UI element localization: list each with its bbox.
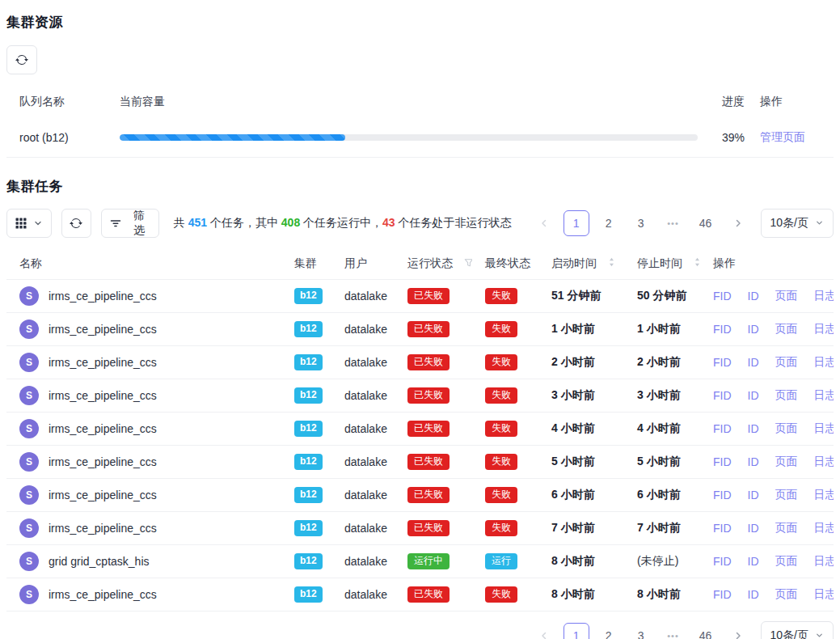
layout-grid-dropdown-button[interactable]: [6, 209, 52, 238]
cluster-badge: b12: [294, 288, 323, 303]
action-link-日志[interactable]: 日志: [814, 322, 834, 336]
table-row: Sirms_ce_pipeline_ccsb12datalake已失败失败2 小…: [6, 346, 834, 379]
user-name: datalake: [344, 422, 387, 435]
action-link-id[interactable]: ID: [748, 290, 759, 303]
action-link-页面[interactable]: 页面: [775, 322, 798, 336]
sort-carets-icon[interactable]: [608, 256, 615, 270]
run-status-badge: 已失败: [407, 354, 450, 370]
action-link-id[interactable]: ID: [748, 389, 759, 402]
pagination-page-46[interactable]: 46: [693, 210, 719, 236]
action-link-日志[interactable]: 日志: [814, 289, 834, 303]
pagination-prev-button[interactable]: [531, 210, 557, 236]
stop-time-cell: 50 分钟前: [624, 289, 700, 303]
action-link-日志[interactable]: 日志: [814, 455, 834, 469]
stop-time-cell: 6 小时前: [624, 488, 700, 502]
cluster-cell: b12: [281, 586, 331, 602]
actions-cell: FIDID页面日志: [700, 488, 834, 502]
action-link-日志[interactable]: 日志: [814, 488, 834, 502]
pagination-page-2[interactable]: 2: [596, 210, 622, 236]
action-link-fid[interactable]: FID: [713, 290, 732, 303]
filter-funnel-icon[interactable]: [464, 257, 472, 270]
resources-header-row: 队列名称 当前容量 进度 操作: [6, 86, 834, 118]
action-link-id[interactable]: ID: [748, 323, 759, 336]
action-link-页面[interactable]: 页面: [775, 355, 798, 370]
pagination-page-1[interactable]: 1: [564, 623, 589, 639]
sort-carets-icon[interactable]: [694, 256, 700, 270]
page-size-select[interactable]: 10条/页: [761, 621, 834, 639]
stop-time: 4 小时前: [637, 421, 681, 436]
action-link-id[interactable]: ID: [748, 522, 759, 535]
action-link-页面[interactable]: 页面: [775, 587, 798, 602]
run-status-cell: 已失败: [395, 288, 472, 303]
action-link-页面[interactable]: 页面: [775, 521, 798, 535]
column-header-6: 停止时间: [624, 256, 700, 271]
action-link-页面[interactable]: 页面: [775, 388, 798, 403]
table-row: Sirms_ce_pipeline_ccsb12datalake已失败失败6 小…: [6, 479, 834, 512]
action-link-页面[interactable]: 页面: [775, 289, 798, 303]
action-link-日志[interactable]: 日志: [814, 421, 834, 436]
action-link-fid[interactable]: FID: [713, 555, 732, 568]
table-row: Sirms_ce_pipeline_ccsb12datalake已失败失败1 小…: [6, 313, 834, 346]
action-link-id[interactable]: ID: [748, 555, 759, 568]
stop-time: 50 分钟前: [637, 289, 686, 303]
pagination-page-1[interactable]: 1: [564, 210, 589, 236]
action-link-id[interactable]: ID: [748, 356, 759, 369]
action-link-fid[interactable]: FID: [713, 455, 732, 468]
manage-page-link[interactable]: 管理页面: [760, 130, 805, 143]
filter-button[interactable]: 筛选: [101, 209, 158, 238]
pagination-page-3[interactable]: 3: [628, 210, 654, 236]
action-link-页面[interactable]: 页面: [775, 455, 798, 469]
pagination-page-3[interactable]: 3: [628, 623, 654, 639]
action-link-id[interactable]: ID: [748, 588, 759, 601]
user-name: datalake: [344, 522, 387, 535]
refresh-resources-button[interactable]: [6, 45, 37, 74]
action-link-id[interactable]: ID: [748, 422, 759, 435]
avatar: S: [19, 320, 39, 339]
col-header-actions: 操作: [747, 95, 834, 109]
action-link-日志[interactable]: 日志: [814, 521, 834, 535]
user-name: datalake: [344, 356, 387, 369]
action-link-fid[interactable]: FID: [713, 389, 732, 402]
task-name: grid grid_cptask_his: [49, 555, 150, 568]
action-link-id[interactable]: ID: [748, 455, 759, 468]
final-status-badge: 失败: [485, 321, 517, 336]
final-status-cell: 失败: [472, 586, 538, 602]
action-link-fid[interactable]: FID: [713, 489, 732, 501]
action-link-fid[interactable]: FID: [713, 588, 732, 601]
action-link-日志[interactable]: 日志: [814, 355, 834, 370]
action-link-日志[interactable]: 日志: [814, 554, 834, 569]
action-link-id[interactable]: ID: [748, 489, 759, 501]
column-header-3: 运行状态: [395, 256, 472, 271]
final-status-badge: 失败: [485, 387, 517, 403]
stop-time: 2 小时前: [637, 355, 681, 370]
pagination-page-46[interactable]: 46: [693, 623, 719, 639]
capacity-cell: [107, 134, 709, 141]
action-link-fid[interactable]: FID: [713, 522, 732, 535]
action-link-页面[interactable]: 页面: [775, 554, 798, 569]
start-time: 5 小时前: [551, 455, 595, 469]
stop-time: 1 小时前: [637, 322, 681, 336]
pagination-next-button[interactable]: [725, 623, 751, 639]
action-link-页面[interactable]: 页面: [775, 421, 798, 436]
start-time-cell: 8 小时前: [538, 554, 624, 569]
action-link-页面[interactable]: 页面: [775, 488, 798, 502]
capacity-progress-fill: [120, 134, 345, 141]
action-link-fid[interactable]: FID: [713, 422, 732, 435]
action-link-日志[interactable]: 日志: [814, 587, 834, 602]
actions-cell: FIDID页面日志: [700, 421, 834, 436]
pagination-page-2[interactable]: 2: [596, 623, 622, 639]
tasks-summary: 共 451 个任务，其中 408 个任务运行中，43 个任务处于非运行状态: [174, 216, 512, 231]
stop-time-cell: 2 小时前: [624, 355, 700, 370]
action-link-日志[interactable]: 日志: [814, 388, 834, 403]
pagination-next-button[interactable]: [725, 210, 751, 236]
table-row: Sirms_ce_pipeline_ccsb12datalake已失败失败5 小…: [6, 446, 834, 479]
refresh-tasks-button[interactable]: [61, 209, 92, 238]
page-size-select[interactable]: 10条/页: [761, 209, 834, 238]
stop-time: 6 小时前: [637, 488, 681, 502]
pagination-prev-button[interactable]: [531, 623, 557, 639]
action-link-fid[interactable]: FID: [713, 323, 732, 336]
task-name: irms_ce_pipeline_ccs: [49, 290, 157, 303]
final-status-badge: 失败: [485, 586, 517, 602]
filter-lines-icon: [110, 218, 121, 229]
action-link-fid[interactable]: FID: [713, 356, 732, 369]
